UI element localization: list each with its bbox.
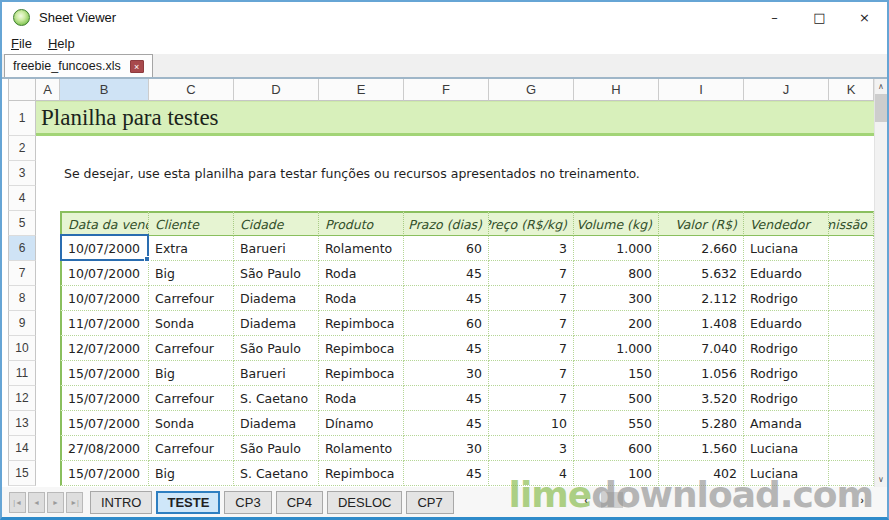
table-cell[interactable]: Sonda: [149, 311, 234, 336]
column-header-B[interactable]: B: [60, 79, 149, 101]
table-cell[interactable]: Rodrigo: [744, 286, 829, 311]
tab-close-icon[interactable]: ×: [130, 60, 144, 73]
grid-corner[interactable]: [8, 79, 36, 101]
table-cell[interactable]: Rodrigo: [744, 361, 829, 386]
table-header-cell[interactable]: Cliente: [149, 211, 234, 236]
sheet-tab-teste[interactable]: TESTE: [156, 491, 220, 514]
table-cell[interactable]: Rolamento: [319, 236, 404, 261]
table-header-cell[interactable]: Data da venda: [60, 211, 149, 236]
table-cell[interactable]: 60: [404, 311, 489, 336]
menu-item-file[interactable]: File: [11, 36, 32, 51]
row-header-7[interactable]: 7: [8, 261, 36, 286]
document-tab[interactable]: freebie_funcoes.xls ×: [4, 54, 153, 77]
table-header-cell[interactable]: Prazo (dias): [404, 211, 489, 236]
table-cell[interactable]: 5.632: [659, 261, 744, 286]
table-cell[interactable]: Amanda: [744, 411, 829, 436]
menu-item-help[interactable]: Help: [48, 36, 75, 51]
selected-cell[interactable]: 10/07/2000: [60, 236, 149, 261]
table-cell[interactable]: 60: [404, 236, 489, 261]
table-cell[interactable]: Carrefour: [149, 386, 234, 411]
table-cell[interactable]: [829, 361, 874, 386]
table-cell[interactable]: Rodrigo: [744, 386, 829, 411]
table-header-cell[interactable]: Valor (R$): [659, 211, 744, 236]
table-cell[interactable]: [829, 311, 874, 336]
sheet-tab-cp7[interactable]: CP7: [406, 491, 453, 514]
row-header-13[interactable]: 13: [8, 411, 36, 436]
table-cell[interactable]: 10/07/2000: [60, 261, 149, 286]
table-cell[interactable]: [829, 286, 874, 311]
sheet-title-cell[interactable]: Planilha para testes: [36, 101, 874, 136]
row-header-11[interactable]: 11: [8, 361, 36, 386]
table-cell[interactable]: 7: [489, 386, 574, 411]
table-cell[interactable]: 402: [659, 461, 744, 486]
sheet-tab-intro[interactable]: INTRO: [90, 491, 152, 514]
table-cell[interactable]: Eduardo: [744, 311, 829, 336]
column-header-E[interactable]: E: [319, 79, 404, 101]
table-cell[interactable]: 3.520: [659, 386, 744, 411]
table-cell[interactable]: S. Caetano: [234, 386, 319, 411]
first-sheet-button[interactable]: |◄: [9, 492, 26, 513]
table-cell[interactable]: 45: [404, 286, 489, 311]
table-cell[interactable]: Sonda: [149, 411, 234, 436]
horizontal-scrollbar[interactable]: ‹ ›: [579, 491, 869, 509]
table-cell[interactable]: Carrefour: [149, 336, 234, 361]
table-cell[interactable]: Roda: [319, 386, 404, 411]
close-icon[interactable]: ×: [842, 2, 887, 32]
table-cell[interactable]: 2.660: [659, 236, 744, 261]
table-cell[interactable]: 7: [489, 311, 574, 336]
table-cell[interactable]: Rolamento: [319, 436, 404, 461]
table-cell[interactable]: Big: [149, 461, 234, 486]
last-sheet-button[interactable]: ►|: [66, 492, 83, 513]
row-header-9[interactable]: 9: [8, 311, 36, 336]
table-cell[interactable]: Luciana: [744, 236, 829, 261]
row-header-3[interactable]: 3: [8, 161, 36, 186]
table-header-cell[interactable]: Vendedor: [744, 211, 829, 236]
table-cell[interactable]: [829, 236, 874, 261]
table-cell[interactable]: 1.056: [659, 361, 744, 386]
table-cell[interactable]: 45: [404, 386, 489, 411]
minimize-icon[interactable]: –: [752, 2, 797, 32]
table-cell[interactable]: 300: [574, 286, 659, 311]
table-cell[interactable]: Big: [149, 361, 234, 386]
table-cell[interactable]: 15/07/2000: [60, 361, 149, 386]
previous-sheet-button[interactable]: ◄: [28, 492, 45, 513]
row-header-6[interactable]: 6: [8, 236, 36, 261]
table-cell[interactable]: Big: [149, 261, 234, 286]
sheet-note-cell[interactable]: Se desejar, use esta planilha para testa…: [60, 161, 874, 186]
table-cell[interactable]: 1.000: [574, 236, 659, 261]
row-header-10[interactable]: 10: [8, 336, 36, 361]
vertical-scroll-thumb[interactable]: [875, 94, 887, 122]
horizontal-scroll-track[interactable]: [593, 491, 855, 509]
column-header-J[interactable]: J: [744, 79, 829, 101]
table-cell[interactable]: Diadema: [234, 411, 319, 436]
table-cell[interactable]: 7.040: [659, 336, 744, 361]
table-cell[interactable]: Diadema: [234, 286, 319, 311]
column-header-I[interactable]: I: [659, 79, 744, 101]
table-cell[interactable]: 7: [489, 261, 574, 286]
table-cell[interactable]: 150: [574, 361, 659, 386]
table-header-cell[interactable]: Preço (R$/kg): [489, 211, 574, 236]
vertical-scroll-track[interactable]: [875, 122, 887, 472]
column-header-F[interactable]: F: [404, 79, 489, 101]
row-header-1[interactable]: 1: [8, 101, 36, 136]
table-cell[interactable]: Dínamo: [319, 411, 404, 436]
column-header-H[interactable]: H: [574, 79, 659, 101]
table-cell[interactable]: [829, 461, 874, 486]
sheet-tab-desloc[interactable]: DESLOC: [327, 491, 402, 514]
row-header-15[interactable]: 15: [8, 461, 36, 486]
table-cell[interactable]: Roda: [319, 261, 404, 286]
table-cell[interactable]: Luciana: [744, 461, 829, 486]
vertical-scrollbar[interactable]: ∧ ∨: [874, 79, 887, 487]
column-header-G[interactable]: G: [489, 79, 574, 101]
table-cell[interactable]: 10/07/2000: [60, 286, 149, 311]
table-cell[interactable]: [829, 261, 874, 286]
table-cell[interactable]: 500: [574, 386, 659, 411]
column-header-C[interactable]: C: [149, 79, 234, 101]
table-cell[interactable]: 15/07/2000: [60, 461, 149, 486]
table-cell[interactable]: Carrefour: [149, 436, 234, 461]
table-cell[interactable]: 1.000: [574, 336, 659, 361]
table-cell[interactable]: 27/08/2000: [60, 436, 149, 461]
column-header-K[interactable]: K: [829, 79, 874, 101]
row-header-5[interactable]: 5: [8, 211, 36, 236]
table-cell[interactable]: Carrefour: [149, 286, 234, 311]
